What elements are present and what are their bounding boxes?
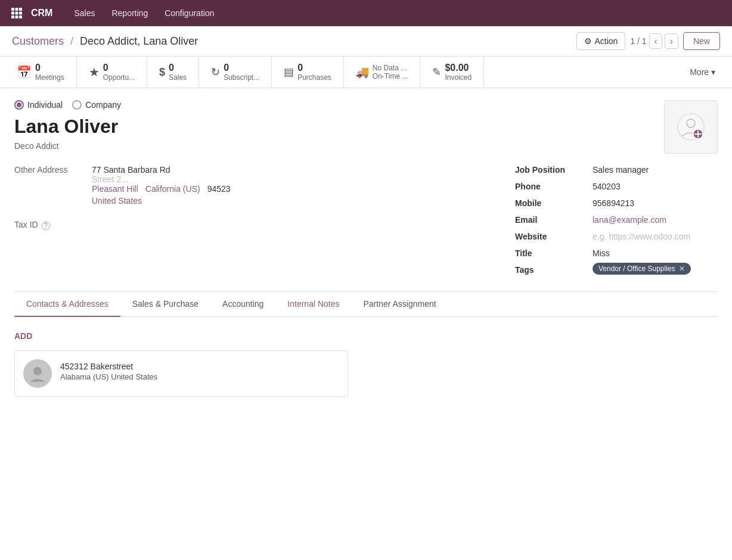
title-value[interactable]: Miss <box>593 246 610 258</box>
job-position-value[interactable]: Sales manager <box>593 163 649 175</box>
country-value[interactable]: United States <box>92 196 231 206</box>
tab-contacts-addresses[interactable]: Contacts & Addresses <box>14 292 120 317</box>
calendar-icon: 📅 <box>17 65 32 79</box>
tab-partner-assignment[interactable]: Partner Assignment <box>352 292 448 317</box>
phone-value[interactable]: 540203 <box>593 179 621 191</box>
svg-rect-8 <box>19 15 22 18</box>
tab-internal-notes[interactable]: Internal Notes <box>275 292 351 317</box>
nav-configuration[interactable]: Configuration <box>157 5 221 21</box>
phone-row: Phone 540203 <box>515 179 718 191</box>
subscriptions-button[interactable]: ↻ 0 Subscript... <box>199 57 272 88</box>
smart-buttons-bar: 📅 0 Meetings ★ 0 Opportu... $ 0 Sales ↻ … <box>0 57 732 88</box>
more-button[interactable]: More ▾ <box>678 57 727 88</box>
prev-button[interactable]: ‹ <box>649 33 663 49</box>
app-brand[interactable]: CRM <box>31 8 52 18</box>
svg-rect-2 <box>19 8 22 11</box>
contact-card[interactable]: 452312 Bakerstreet Alabama (US) United S… <box>14 350 348 397</box>
customer-name[interactable]: Lana Oliver <box>14 116 718 138</box>
breadcrumb: Customers / Deco Addict, Lana Oliver <box>12 35 198 48</box>
tags-label: Tags <box>515 263 593 275</box>
gear-icon: ⚙ <box>584 36 592 46</box>
company-radio[interactable] <box>72 100 82 110</box>
tags-row: Tags Vendor / Office Supplies ✕ <box>515 263 718 275</box>
svg-rect-4 <box>15 12 18 15</box>
phone-label: Phone <box>515 179 593 191</box>
job-position-row: Job Position Sales manager <box>515 163 718 175</box>
address-field-row: Other Address 77 Santa Barbara Rd Street… <box>14 163 491 206</box>
svg-rect-5 <box>19 12 22 15</box>
breadcrumb-bar: Customers / Deco Addict, Lana Oliver ⚙ A… <box>0 26 732 57</box>
title-row: Title Miss <box>515 246 718 258</box>
sales-count: 0 <box>169 63 187 73</box>
street2-placeholder[interactable]: Street 2... <box>92 175 231 184</box>
breadcrumb-parent[interactable]: Customers <box>12 35 64 47</box>
svg-point-14 <box>33 367 42 375</box>
apps-menu-icon[interactable] <box>7 4 26 23</box>
opportunities-count: 0 <box>103 63 135 73</box>
city-value[interactable]: Pleasant Hill <box>92 184 138 194</box>
next-button[interactable]: › <box>665 33 678 49</box>
photo-upload[interactable] <box>664 100 718 154</box>
nav-sales[interactable]: Sales <box>67 5 102 21</box>
breadcrumb-current: Deco Addict, Lana Oliver <box>80 35 198 47</box>
action-button[interactable]: ⚙ Action <box>576 32 625 50</box>
form-right: Job Position Sales manager Phone 540203 … <box>515 163 718 279</box>
breadcrumb-separator: / <box>70 35 73 47</box>
dollar-icon: $ <box>159 66 165 79</box>
email-row: Email lana@example.com <box>515 213 718 225</box>
company-label: Company <box>85 100 121 110</box>
individual-radio[interactable] <box>14 100 24 110</box>
meetings-button[interactable]: 📅 0 Meetings <box>5 57 77 88</box>
website-label: Website <box>515 229 593 241</box>
zip-value[interactable]: 94523 <box>207 184 231 194</box>
state-value[interactable]: California (US) <box>145 184 200 194</box>
street-value[interactable]: 77 Santa Barbara Rd <box>92 163 231 175</box>
star-icon: ★ <box>89 65 100 79</box>
pagination-count: 1 / 1 <box>630 36 646 46</box>
contact-type-row: Individual Company <box>14 100 718 110</box>
tabs-bar: Contacts & Addresses Sales & Purchase Ac… <box>14 292 718 317</box>
tabs-section: Contacts & Addresses Sales & Purchase Ac… <box>14 291 718 409</box>
nav-reporting[interactable]: Reporting <box>104 5 155 21</box>
contact-avatar <box>23 359 52 388</box>
job-position-label: Job Position <box>515 163 593 175</box>
email-value[interactable]: lana@example.com <box>593 213 666 225</box>
title-label: Title <box>515 246 593 258</box>
subscriptions-count: 0 <box>224 63 259 73</box>
svg-rect-0 <box>11 8 14 11</box>
tag-remove-icon[interactable]: ✕ <box>679 265 685 273</box>
website-placeholder[interactable]: e.g. https://www.odoo.com <box>593 229 690 241</box>
invoiced-button[interactable]: ✎ $0.00 Invoiced <box>420 57 484 88</box>
mobile-row: Mobile 956894213 <box>515 196 718 208</box>
tab-sales-purchase[interactable]: Sales & Purchase <box>120 292 210 317</box>
tag-badge[interactable]: Vendor / Office Supplies ✕ <box>593 263 691 275</box>
opportunities-label: Opportu... <box>103 73 135 82</box>
action-button-label: Action <box>594 36 618 46</box>
contact-info: 452312 Bakerstreet Alabama (US) United S… <box>60 359 157 381</box>
individual-option[interactable]: Individual <box>14 100 63 110</box>
tag-value: Vendor / Office Supplies <box>598 265 675 273</box>
contact-form: Individual Company Lana Oliver Deco Addi… <box>14 100 718 409</box>
breadcrumb-actions: ⚙ Action 1 / 1 ‹ › New <box>576 32 720 50</box>
contact-location: Alabama (US) United States <box>60 372 157 381</box>
tax-id-help-icon[interactable]: ? <box>42 222 50 230</box>
new-button[interactable]: New <box>683 32 720 50</box>
opportunities-button[interactable]: ★ 0 Opportu... <box>77 57 147 88</box>
purchases-button[interactable]: ▤ 0 Purchases <box>272 57 344 88</box>
pagination: 1 / 1 ‹ › <box>630 33 678 49</box>
form-columns: Other Address 77 Santa Barbara Rd Street… <box>14 163 718 279</box>
svg-rect-1 <box>15 8 18 11</box>
email-label: Email <box>515 213 593 225</box>
company-name-field[interactable]: Deco Addict <box>14 141 718 151</box>
tab-accounting[interactable]: Accounting <box>210 292 275 317</box>
add-contact-button[interactable]: ADD <box>14 329 718 343</box>
mobile-label: Mobile <box>515 196 593 208</box>
company-option[interactable]: Company <box>72 100 121 110</box>
svg-rect-6 <box>11 15 14 18</box>
refresh-icon: ↻ <box>211 66 220 79</box>
more-label: More ▾ <box>690 67 715 77</box>
delivery-button[interactable]: 🚚 No Data ... On-Time ... <box>344 57 421 88</box>
mobile-value[interactable]: 956894213 <box>593 196 634 208</box>
sales-button[interactable]: $ 0 Sales <box>147 57 199 88</box>
sales-label: Sales <box>169 73 187 82</box>
